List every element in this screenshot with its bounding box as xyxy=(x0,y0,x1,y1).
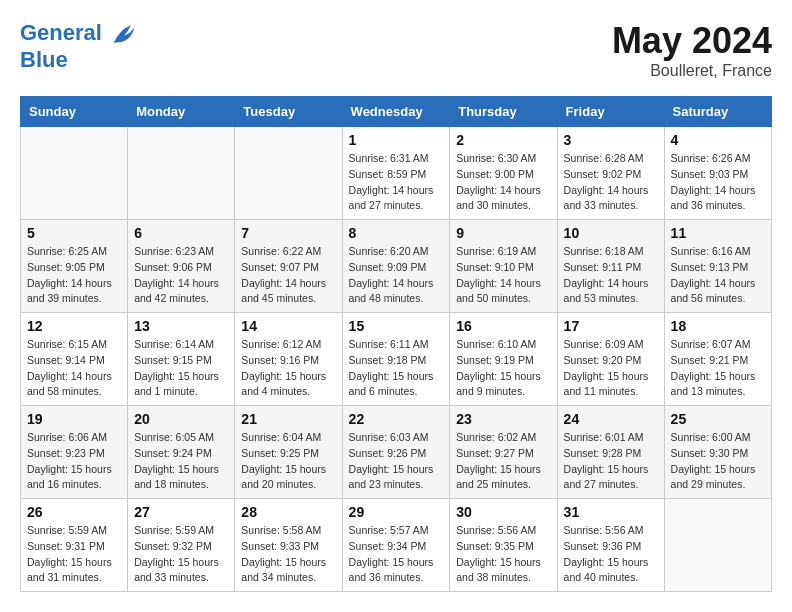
calendar-cell: 11Sunrise: 6:16 AM Sunset: 9:13 PM Dayli… xyxy=(664,220,771,313)
calendar-cell xyxy=(128,127,235,220)
calendar-cell: 19Sunrise: 6:06 AM Sunset: 9:23 PM Dayli… xyxy=(21,406,128,499)
day-number: 3 xyxy=(564,132,658,148)
day-info: Sunrise: 6:01 AM Sunset: 9:28 PM Dayligh… xyxy=(564,430,658,493)
day-number: 16 xyxy=(456,318,550,334)
calendar-cell: 26Sunrise: 5:59 AM Sunset: 9:31 PM Dayli… xyxy=(21,499,128,592)
day-info: Sunrise: 6:15 AM Sunset: 9:14 PM Dayligh… xyxy=(27,337,121,400)
calendar-cell: 7Sunrise: 6:22 AM Sunset: 9:07 PM Daylig… xyxy=(235,220,342,313)
day-info: Sunrise: 5:56 AM Sunset: 9:35 PM Dayligh… xyxy=(456,523,550,586)
day-info: Sunrise: 6:19 AM Sunset: 9:10 PM Dayligh… xyxy=(456,244,550,307)
day-info: Sunrise: 6:26 AM Sunset: 9:03 PM Dayligh… xyxy=(671,151,765,214)
calendar-cell: 20Sunrise: 6:05 AM Sunset: 9:24 PM Dayli… xyxy=(128,406,235,499)
day-info: Sunrise: 5:59 AM Sunset: 9:31 PM Dayligh… xyxy=(27,523,121,586)
calendar-cell: 5Sunrise: 6:25 AM Sunset: 9:05 PM Daylig… xyxy=(21,220,128,313)
weekday-header: Saturday xyxy=(664,97,771,127)
day-info: Sunrise: 6:30 AM Sunset: 9:00 PM Dayligh… xyxy=(456,151,550,214)
calendar-cell: 14Sunrise: 6:12 AM Sunset: 9:16 PM Dayli… xyxy=(235,313,342,406)
day-info: Sunrise: 6:18 AM Sunset: 9:11 PM Dayligh… xyxy=(564,244,658,307)
day-info: Sunrise: 5:57 AM Sunset: 9:34 PM Dayligh… xyxy=(349,523,444,586)
day-info: Sunrise: 6:10 AM Sunset: 9:19 PM Dayligh… xyxy=(456,337,550,400)
calendar-week-row: 1Sunrise: 6:31 AM Sunset: 8:59 PM Daylig… xyxy=(21,127,772,220)
day-info: Sunrise: 5:58 AM Sunset: 9:33 PM Dayligh… xyxy=(241,523,335,586)
day-info: Sunrise: 6:31 AM Sunset: 8:59 PM Dayligh… xyxy=(349,151,444,214)
day-number: 15 xyxy=(349,318,444,334)
calendar-cell: 21Sunrise: 6:04 AM Sunset: 9:25 PM Dayli… xyxy=(235,406,342,499)
calendar-cell: 22Sunrise: 6:03 AM Sunset: 9:26 PM Dayli… xyxy=(342,406,450,499)
day-info: Sunrise: 6:03 AM Sunset: 9:26 PM Dayligh… xyxy=(349,430,444,493)
calendar-week-row: 12Sunrise: 6:15 AM Sunset: 9:14 PM Dayli… xyxy=(21,313,772,406)
weekday-header: Sunday xyxy=(21,97,128,127)
logo: General Blue xyxy=(20,20,138,72)
day-number: 1 xyxy=(349,132,444,148)
day-info: Sunrise: 6:23 AM Sunset: 9:06 PM Dayligh… xyxy=(134,244,228,307)
calendar-cell: 27Sunrise: 5:59 AM Sunset: 9:32 PM Dayli… xyxy=(128,499,235,592)
day-number: 25 xyxy=(671,411,765,427)
calendar-week-row: 26Sunrise: 5:59 AM Sunset: 9:31 PM Dayli… xyxy=(21,499,772,592)
day-info: Sunrise: 6:22 AM Sunset: 9:07 PM Dayligh… xyxy=(241,244,335,307)
day-number: 13 xyxy=(134,318,228,334)
day-number: 20 xyxy=(134,411,228,427)
day-number: 21 xyxy=(241,411,335,427)
day-info: Sunrise: 6:07 AM Sunset: 9:21 PM Dayligh… xyxy=(671,337,765,400)
day-number: 29 xyxy=(349,504,444,520)
day-number: 6 xyxy=(134,225,228,241)
calendar-cell: 16Sunrise: 6:10 AM Sunset: 9:19 PM Dayli… xyxy=(450,313,557,406)
logo-bird-icon xyxy=(110,20,138,48)
month-title: May 2024 xyxy=(612,20,772,62)
calendar-cell: 13Sunrise: 6:14 AM Sunset: 9:15 PM Dayli… xyxy=(128,313,235,406)
calendar-cell: 10Sunrise: 6:18 AM Sunset: 9:11 PM Dayli… xyxy=(557,220,664,313)
day-number: 22 xyxy=(349,411,444,427)
calendar-week-row: 5Sunrise: 6:25 AM Sunset: 9:05 PM Daylig… xyxy=(21,220,772,313)
day-number: 4 xyxy=(671,132,765,148)
calendar-cell: 24Sunrise: 6:01 AM Sunset: 9:28 PM Dayli… xyxy=(557,406,664,499)
location-label: Boulleret, France xyxy=(612,62,772,80)
page-header: General Blue May 2024 Boulleret, France xyxy=(20,20,772,80)
day-number: 28 xyxy=(241,504,335,520)
day-info: Sunrise: 6:00 AM Sunset: 9:30 PM Dayligh… xyxy=(671,430,765,493)
calendar-cell: 31Sunrise: 5:56 AM Sunset: 9:36 PM Dayli… xyxy=(557,499,664,592)
day-info: Sunrise: 6:16 AM Sunset: 9:13 PM Dayligh… xyxy=(671,244,765,307)
calendar-cell: 3Sunrise: 6:28 AM Sunset: 9:02 PM Daylig… xyxy=(557,127,664,220)
weekday-header: Friday xyxy=(557,97,664,127)
day-info: Sunrise: 6:28 AM Sunset: 9:02 PM Dayligh… xyxy=(564,151,658,214)
day-number: 2 xyxy=(456,132,550,148)
weekday-header: Thursday xyxy=(450,97,557,127)
day-info: Sunrise: 6:06 AM Sunset: 9:23 PM Dayligh… xyxy=(27,430,121,493)
weekday-header: Monday xyxy=(128,97,235,127)
day-number: 23 xyxy=(456,411,550,427)
calendar-cell: 23Sunrise: 6:02 AM Sunset: 9:27 PM Dayli… xyxy=(450,406,557,499)
day-info: Sunrise: 6:11 AM Sunset: 9:18 PM Dayligh… xyxy=(349,337,444,400)
weekday-header-row: SundayMondayTuesdayWednesdayThursdayFrid… xyxy=(21,97,772,127)
weekday-header: Wednesday xyxy=(342,97,450,127)
calendar-week-row: 19Sunrise: 6:06 AM Sunset: 9:23 PM Dayli… xyxy=(21,406,772,499)
logo-general: General xyxy=(20,20,102,45)
day-info: Sunrise: 5:56 AM Sunset: 9:36 PM Dayligh… xyxy=(564,523,658,586)
day-info: Sunrise: 6:02 AM Sunset: 9:27 PM Dayligh… xyxy=(456,430,550,493)
day-number: 19 xyxy=(27,411,121,427)
day-info: Sunrise: 6:14 AM Sunset: 9:15 PM Dayligh… xyxy=(134,337,228,400)
title-block: May 2024 Boulleret, France xyxy=(612,20,772,80)
day-number: 18 xyxy=(671,318,765,334)
day-info: Sunrise: 6:04 AM Sunset: 9:25 PM Dayligh… xyxy=(241,430,335,493)
calendar-cell: 29Sunrise: 5:57 AM Sunset: 9:34 PM Dayli… xyxy=(342,499,450,592)
calendar-cell: 18Sunrise: 6:07 AM Sunset: 9:21 PM Dayli… xyxy=(664,313,771,406)
calendar-cell: 15Sunrise: 6:11 AM Sunset: 9:18 PM Dayli… xyxy=(342,313,450,406)
day-number: 9 xyxy=(456,225,550,241)
day-number: 24 xyxy=(564,411,658,427)
calendar-cell xyxy=(235,127,342,220)
day-info: Sunrise: 6:12 AM Sunset: 9:16 PM Dayligh… xyxy=(241,337,335,400)
day-number: 26 xyxy=(27,504,121,520)
calendar-cell: 28Sunrise: 5:58 AM Sunset: 9:33 PM Dayli… xyxy=(235,499,342,592)
day-number: 14 xyxy=(241,318,335,334)
logo-blue: Blue xyxy=(20,47,68,72)
weekday-header: Tuesday xyxy=(235,97,342,127)
day-info: Sunrise: 5:59 AM Sunset: 9:32 PM Dayligh… xyxy=(134,523,228,586)
calendar-table: SundayMondayTuesdayWednesdayThursdayFrid… xyxy=(20,96,772,592)
calendar-cell: 17Sunrise: 6:09 AM Sunset: 9:20 PM Dayli… xyxy=(557,313,664,406)
calendar-cell: 6Sunrise: 6:23 AM Sunset: 9:06 PM Daylig… xyxy=(128,220,235,313)
calendar-cell xyxy=(21,127,128,220)
day-info: Sunrise: 6:05 AM Sunset: 9:24 PM Dayligh… xyxy=(134,430,228,493)
day-number: 11 xyxy=(671,225,765,241)
calendar-cell: 8Sunrise: 6:20 AM Sunset: 9:09 PM Daylig… xyxy=(342,220,450,313)
day-number: 7 xyxy=(241,225,335,241)
